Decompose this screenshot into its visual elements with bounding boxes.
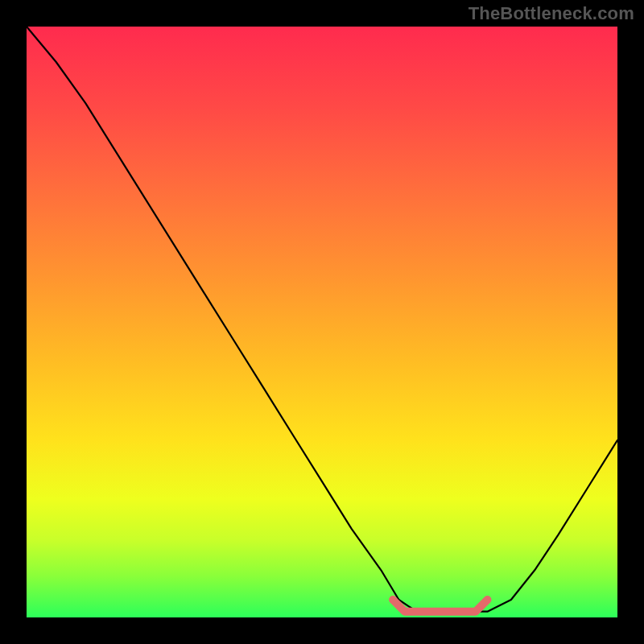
plot-svg — [27, 27, 617, 617]
curve-line — [27, 27, 617, 612]
watermark-text: TheBottleneck.com — [469, 3, 634, 24]
chart-container: TheBottleneck.com — [0, 0, 644, 644]
